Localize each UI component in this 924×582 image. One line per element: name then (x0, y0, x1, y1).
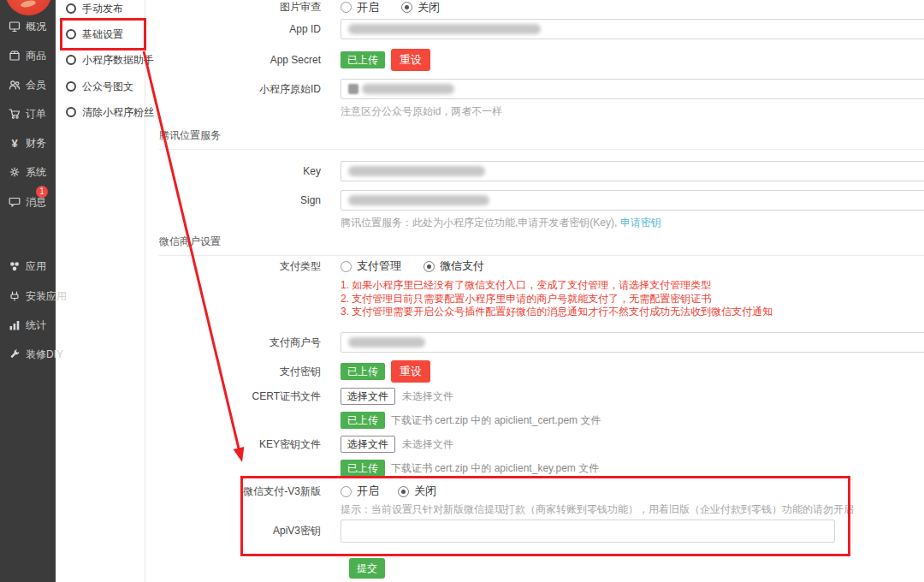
members-icon (9, 79, 21, 91)
sidebar-item-stats[interactable]: 统计 (9, 317, 46, 334)
key-file-controls: 选择文件 未选择文件 已上传 下载证书 cert.zip 中的 apiclien… (341, 436, 599, 477)
radio-v3-off[interactable]: 关闭 (398, 484, 436, 499)
sidebar-item-label: 应用 (26, 259, 46, 274)
sign-input[interactable] (341, 190, 924, 211)
field-label: CERT证书文件 (145, 388, 321, 405)
sidebar-item-members[interactable]: 会员 (9, 76, 46, 93)
sidebar-item-label: 订单 (26, 107, 46, 122)
sidebar-item-label: 安装应用 (26, 289, 67, 304)
pay-type-note: 3. 支付管理需要开启公众号插件配置好微信的消息通知才行不然支付成功无法收到微信… (341, 306, 773, 319)
sidebar-item-finance[interactable]: ¥ 财务 (9, 134, 46, 151)
app-secret-uploaded-badge[interactable]: 已上传 (341, 51, 385, 68)
key-file-line: 选择文件 未选择文件 (341, 436, 453, 453)
submenu-item-label: 小程序数据助手 (82, 53, 154, 68)
pay-secret-reset-button[interactable]: 重设 (391, 360, 430, 383)
install-app-icon (9, 290, 21, 302)
submit-button[interactable]: 提交 (349, 558, 385, 579)
merchant-no-input[interactable] (341, 332, 924, 353)
cert-file-controls: 选择文件 未选择文件 已上传 下载证书 cert.zip 中的 apiclien… (341, 388, 601, 429)
message-icon (9, 196, 21, 208)
settings-form: 图片审查 开启 关闭 App ID App Secret 已上传 (145, 0, 924, 582)
key-no-file-text: 未选择文件 (402, 437, 453, 452)
origin-id-input[interactable] (341, 79, 924, 99)
cert-uploaded-badge[interactable]: 已上传 (341, 412, 385, 429)
radio-v3-on[interactable]: 开启 (341, 484, 379, 499)
field-label: 图片审查 (145, 0, 321, 15)
origin-id-controls: 注意区分公众号原始id，两者不一样 (341, 79, 924, 119)
radio-picture-review-off[interactable]: 关闭 (401, 0, 440, 15)
radio-icon (341, 261, 352, 272)
radio-label: 开启 (357, 484, 379, 499)
sign-help-text: 腾讯位置服务：此处为小程序定位功能,申请开发者密钥(Key), (341, 217, 617, 229)
radio-checked-icon (424, 261, 435, 272)
radio-wechat-pay[interactable]: 微信支付 (424, 258, 484, 274)
sidebar-item-orders[interactable]: 订单 (9, 105, 46, 122)
app-secret-reset-button[interactable]: 重设 (391, 49, 430, 71)
field-label: 支付类型 (145, 259, 321, 273)
sidebar-item-system[interactable]: 系统 (9, 163, 46, 181)
row-merchant-no: 支付商户号 (145, 332, 924, 353)
store-logo[interactable] (5, 0, 52, 15)
key-uploaded-badge[interactable]: 已上传 (341, 460, 385, 477)
field-label: Key (145, 165, 321, 177)
row-app-id: App ID (145, 19, 924, 39)
app-secret-controls: 已上传 重设 (341, 49, 430, 71)
sidebar-item-label: 装修DIY (26, 347, 63, 362)
row-submit: 提交 (145, 558, 385, 579)
cert-no-file-text: 未选择文件 (402, 389, 453, 404)
orders-icon (9, 108, 21, 120)
apiv3-key-input[interactable] (341, 520, 835, 543)
picture-review-radio-group: 开启 关闭 (341, 1, 440, 15)
radio-picture-review-on[interactable]: 开启 (341, 0, 379, 15)
redacted-value (348, 166, 485, 176)
field-label: 支付商户号 (145, 336, 321, 350)
field-label: 小程序原始ID (145, 79, 321, 99)
apply-key-link[interactable]: 申请密钥 (620, 217, 661, 229)
row-origin-id: 小程序原始ID 注意区分公众号原始id，两者不一样 (145, 79, 924, 119)
redacted-value (348, 24, 541, 34)
sidebar-item-overview[interactable]: 概况 (9, 18, 46, 35)
field-label: 支付密钥 (145, 365, 321, 379)
row-cert-file: CERT证书文件 选择文件 未选择文件 已上传 下载证书 cert.zip 中的… (145, 388, 601, 429)
radio-label: 微信支付 (440, 258, 484, 274)
sidebar-item-diy[interactable]: 装修DIY (9, 346, 63, 363)
row-key: Key (145, 161, 924, 181)
radio-label: 关闭 (418, 0, 440, 15)
key-choose-file-button[interactable]: 选择文件 (341, 436, 395, 453)
submenu-item-clear-miniapp-fans[interactable]: 清除小程序粉丝 (66, 104, 154, 120)
app-id-input[interactable] (341, 19, 924, 39)
submenu-item-basic-settings[interactable]: 基础设置 (66, 27, 123, 42)
pay-secret-controls: 已上传 重设 (341, 360, 430, 383)
radio-icon (341, 486, 352, 497)
radio-label: 支付管理 (357, 258, 401, 274)
origin-id-help: 注意区分公众号原始id，两者不一样 (341, 104, 502, 119)
pay-type-radio-group: 支付管理 微信支付 (341, 259, 484, 273)
submenu-item-manual-publish[interactable]: 手动发布 (66, 1, 123, 16)
submenu-item-miniapp-data-helper[interactable]: 小程序数据助手 (66, 52, 154, 68)
field-label: Sign (145, 190, 321, 211)
row-pay-type: 支付类型 支付管理 微信支付 1. 如果小程序里已经没有了微信支付入口，变成了支… (145, 259, 773, 319)
key-uploaded-note: 已上传 下载证书 cert.zip 中的 apiclient_key.pem 文… (341, 460, 599, 477)
pay-type-controls: 支付管理 微信支付 1. 如果小程序里已经没有了微信支付入口，变成了支付管理，请… (341, 259, 773, 319)
finance-icon: ¥ (9, 137, 21, 150)
cert-choose-file-button[interactable]: 选择文件 (341, 388, 395, 405)
stats-icon (9, 319, 21, 331)
field-label: 微信支付-V3新版 (145, 484, 321, 498)
sidebar-item-apps[interactable]: 应用 (9, 258, 46, 275)
redacted-value (348, 84, 358, 94)
cert-uploaded-note: 已上传 下载证书 cert.zip 中的 apiclient_cert.pem … (341, 412, 601, 429)
radio-pay-manage[interactable]: 支付管理 (341, 258, 401, 274)
redacted-value (362, 84, 454, 94)
key-input[interactable] (341, 161, 924, 181)
sign-help: 腾讯位置服务：此处为小程序定位功能,申请开发者密钥(Key), 申请密钥 (341, 216, 661, 230)
overview-icon (9, 21, 21, 33)
goods-icon (9, 50, 21, 62)
sidebar-item-goods[interactable]: 商品 (9, 47, 46, 64)
row-sign: Sign 腾讯位置服务：此处为小程序定位功能,申请开发者密钥(Key), 申请密… (145, 190, 924, 230)
sidebar-item-label: 概况 (26, 20, 46, 34)
submenu-item-label: 手动发布 (82, 2, 123, 16)
sidebar-item-install-app[interactable]: 安装应用 (9, 288, 67, 305)
pay-secret-uploaded-badge[interactable]: 已上传 (341, 363, 385, 380)
apiv3-control (341, 520, 835, 543)
submenu-item-official-article[interactable]: 公众号图文 (66, 79, 133, 94)
